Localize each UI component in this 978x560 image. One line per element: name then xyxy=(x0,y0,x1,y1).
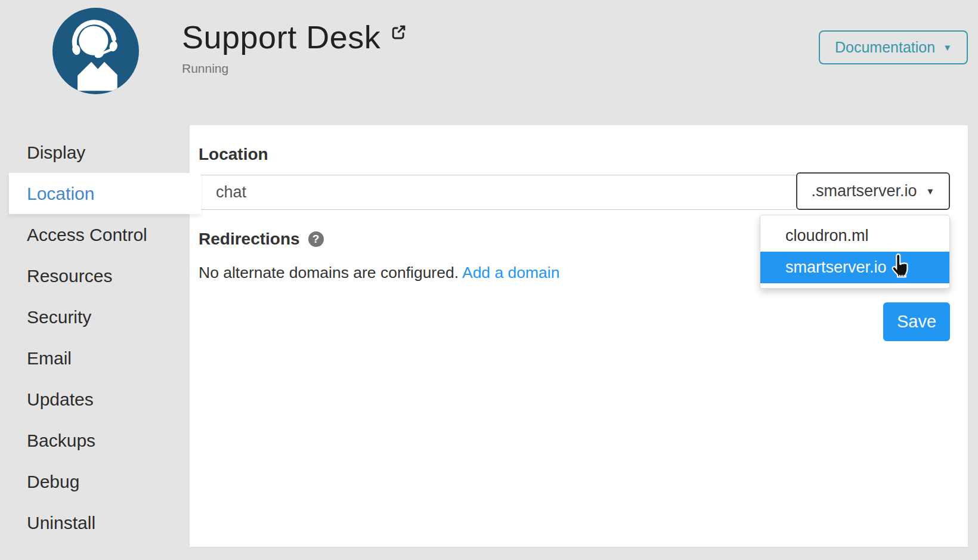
status-text: Running xyxy=(182,61,407,76)
subdomain-input[interactable] xyxy=(199,175,796,210)
domain-dropdown-menu: cloudron.ml smartserver.io xyxy=(760,215,950,289)
help-icon[interactable]: ? xyxy=(308,231,324,247)
location-input-group: .smartserver.io ▼ xyxy=(199,172,950,210)
sidebar-item-email[interactable]: Email xyxy=(0,338,190,379)
documentation-button[interactable]: Documentation ▼ xyxy=(819,30,968,64)
add-domain-link[interactable]: Add a domain xyxy=(462,264,560,281)
sidebar-item-access-control[interactable]: Access Control xyxy=(0,214,190,255)
sidebar-item-display[interactable]: Display xyxy=(0,132,190,173)
redirections-empty-text: No alternate domains are configured. xyxy=(199,264,459,281)
sidebar-item-resources[interactable]: Resources xyxy=(0,255,190,296)
domain-select[interactable]: .smartserver.io ▼ xyxy=(796,172,950,210)
chevron-down-icon: ▼ xyxy=(943,43,952,52)
documentation-label: Documentation xyxy=(835,39,935,56)
domain-option-smartserver-io[interactable]: smartserver.io xyxy=(760,252,949,283)
chevron-down-icon: ▼ xyxy=(926,187,935,196)
sidebar-item-security[interactable]: Security xyxy=(0,296,190,338)
redirections-heading: Redirections xyxy=(199,231,300,247)
location-settings-card: Location .smartserver.io ▼ Redirections … xyxy=(190,125,968,547)
content-row: Display Location Access Control Resource… xyxy=(0,125,978,547)
sidebar-item-backups[interactable]: Backups xyxy=(0,420,190,461)
app-header: Support Desk Running Documentation ▼ xyxy=(0,0,978,125)
location-heading: Location xyxy=(199,146,950,163)
sidebar-item-debug[interactable]: Debug xyxy=(0,461,190,502)
sidebar-item-uninstall[interactable]: Uninstall xyxy=(0,502,190,543)
sidebar-nav: Display Location Access Control Resource… xyxy=(0,125,190,543)
page-title: Support Desk xyxy=(182,20,380,54)
save-button[interactable]: Save xyxy=(883,302,950,341)
sidebar-item-location[interactable]: Location xyxy=(9,173,201,214)
domain-select-value: .smartserver.io xyxy=(812,182,917,200)
external-link-icon[interactable] xyxy=(390,24,407,43)
domain-option-cloudron-ml[interactable]: cloudron.ml xyxy=(760,220,949,252)
app-icon xyxy=(52,8,139,94)
sidebar-item-updates[interactable]: Updates xyxy=(0,379,190,420)
